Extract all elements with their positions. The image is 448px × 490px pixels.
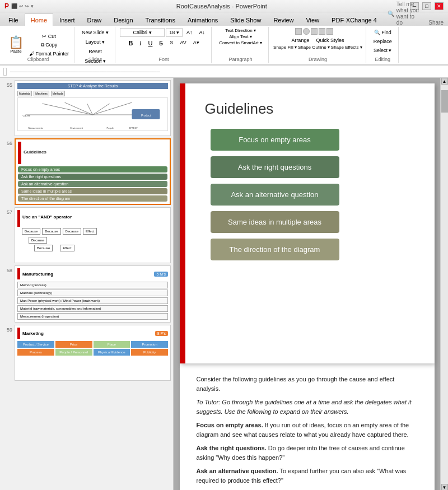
s57-because4: Because — [29, 237, 47, 244]
scroll-thumb[interactable] — [441, 90, 448, 113]
svg-text:Environment: Environment — [71, 127, 83, 129]
replace-button[interactable]: Replace — [371, 37, 395, 46]
slide-58-badge: 5 M's — [154, 272, 168, 277]
window-title: RootCauseAnalysis - PowerPoint — [176, 3, 267, 10]
guideline-btn-5[interactable]: The direction of the diagram — [211, 239, 339, 260]
s59-cell-3: Place — [94, 341, 130, 348]
tab-draw[interactable]: Draw — [81, 13, 108, 26]
s57-because3: Because — [63, 228, 81, 235]
shape-fill-button[interactable]: Shape Fill ▾ — [273, 45, 297, 50]
guideline-btn-4[interactable]: Same ideas in multiple areas — [211, 211, 339, 233]
tab-review[interactable]: Review — [267, 13, 300, 26]
tab-insert[interactable]: Insert — [53, 13, 81, 26]
slide-item-59[interactable]: 59 Marketing 8 P's Product / Service Pri… — [2, 325, 171, 381]
shape-misc[interactable] — [311, 28, 318, 35]
editing-area: Guidelines Focus on empty areas Ask the … — [174, 78, 440, 490]
slide-item-55[interactable]: 55 STEP 4: Analyse the Results Materials… — [2, 80, 171, 136]
ribbon-content: 📋 Paste ✂ Cut ⧉ Copy 🖌 Format Painter Cl… — [0, 26, 448, 65]
scroll-down-button[interactable]: ▼ — [441, 484, 448, 490]
slide-num-56: 56 — [2, 138, 15, 205]
svg-text:Measurements: Measurements — [29, 127, 43, 129]
slide-thumb-56[interactable]: Guidelines Focus on empty areas Ask the … — [15, 138, 171, 205]
vertical-scrollbar[interactable]: ▲ ▼ — [440, 78, 448, 490]
increase-font-button[interactable]: A↑ — [184, 28, 195, 37]
ribbon-tab-bar: File Home Insert Draw Design Transitions… — [0, 12, 448, 26]
shape-effects-button[interactable]: Shape Effects ▾ — [331, 45, 362, 50]
shape-rect[interactable] — [295, 28, 302, 35]
shape-more[interactable] — [326, 28, 333, 35]
s58-item-4: Material (raw materials, consumables and… — [17, 305, 168, 312]
strikethrough-button[interactable]: S̶ — [156, 38, 166, 49]
slide-item-56[interactable]: 56 Guidelines Focus on empty areas Ask t… — [2, 138, 171, 205]
s56-item-5: The direction of the diagram — [18, 195, 167, 202]
slide-thumb-55[interactable]: STEP 4: Analyse the Results Materials Ma… — [15, 80, 171, 136]
ask-para: Ask the right questions. Do go deeper in… — [197, 444, 418, 462]
tab-design[interactable]: Design — [108, 13, 139, 26]
title-bar: P ⬛ ↩ ↪ ▾ RootCauseAnalysis - PowerPoint… — [0, 0, 448, 12]
tab-animations[interactable]: Animations — [181, 13, 224, 26]
tab-pdfxchange[interactable]: PDF-XChange 4 — [325, 13, 383, 26]
guideline-btn-1[interactable]: Focus on empty areas — [211, 129, 339, 151]
tab-home[interactable]: Home — [25, 13, 53, 26]
ribbon: File Home Insert Draw Design Transitions… — [0, 12, 448, 66]
guideline-btn-2[interactable]: Ask the right questions — [211, 156, 339, 178]
layout-button[interactable]: Layout ▾ — [79, 38, 111, 46]
slide-58-header: Manufacturing 5 M's — [17, 268, 168, 279]
new-slide-button[interactable]: New Slide ▾ — [79, 28, 111, 37]
italic-button[interactable]: I — [137, 38, 144, 49]
copy-button[interactable]: ⧉ Copy — [27, 41, 71, 49]
text-direction-btn[interactable]: Text Direction ▾ — [225, 28, 256, 33]
svg-line-3 — [87, 104, 93, 115]
text-content-area: Consider the following guidelines as you… — [180, 363, 435, 490]
title-bar-left: P ⬛ ↩ ↪ ▾ — [4, 2, 34, 10]
font-size-select[interactable]: 18 ▾ — [166, 28, 183, 37]
find-button[interactable]: 🔍 Find — [371, 28, 394, 37]
slide-56-items: Focus on empty areas Ask the right quest… — [18, 166, 167, 202]
slide-59-header: Marketing 8 P's — [17, 328, 168, 339]
select-button[interactable]: Select ▾ — [371, 46, 395, 55]
shape-oval[interactable] — [303, 28, 310, 35]
drawing-label: Drawing — [309, 57, 327, 62]
font-family-select[interactable]: Calibri ▾ — [120, 28, 165, 37]
close-button[interactable]: ✕ — [435, 2, 444, 10]
search-bar[interactable]: 🔍 Tell me what you want to do — [383, 1, 424, 26]
tab-file[interactable]: File — [2, 13, 25, 26]
s58-item-3: Man Power (physical work) / Mind Power (… — [17, 297, 168, 304]
scroll-up-button[interactable]: ▲ — [441, 78, 448, 85]
s55-box-machines: Machines — [34, 91, 49, 96]
reset-button[interactable]: Reset — [79, 47, 111, 56]
decrease-font-button[interactable]: A↓ — [197, 28, 208, 37]
ask-bold: Ask the right questions. — [197, 445, 267, 451]
shadow-button[interactable]: S — [167, 38, 176, 49]
share-button[interactable]: Share — [424, 20, 448, 26]
s58-item-1: Method (process) — [17, 282, 168, 288]
align-text-btn[interactable]: Align Text ▾ — [229, 34, 252, 39]
slide-57-content: Use an "AND" operator Because Because Be… — [15, 208, 170, 254]
tab-transitions[interactable]: Transitions — [139, 13, 181, 26]
slide-thumb-59[interactable]: Marketing 8 P's Product / Service Price … — [15, 325, 171, 381]
slide-thumb-57[interactable]: Use an "AND" operator Because Because Be… — [15, 207, 171, 263]
clipboard-label: Clipboard — [27, 57, 49, 62]
tab-view[interactable]: View — [300, 13, 325, 26]
slide-item-58[interactable]: 58 Manufacturing 5 M's Method (process) … — [2, 265, 171, 323]
paste-button[interactable]: 📋 Paste — [6, 35, 26, 55]
slide-item-57[interactable]: 57 Use an "AND" operator Because Because… — [2, 207, 171, 263]
vertical-scroll-indicator[interactable] — [3, 68, 7, 76]
quick-styles-button[interactable]: Quick Styles — [313, 36, 347, 45]
font-color-button[interactable]: A▾ — [190, 38, 202, 49]
slide-thumb-58[interactable]: Manufacturing 5 M's Method (process) Mac… — [15, 265, 171, 323]
guideline-btn-3[interactable]: Ask an alternative question — [211, 184, 339, 206]
paragraph-label: Paragraph — [229, 57, 253, 62]
s56-item-3: Ask an alternative question — [18, 181, 167, 187]
drawing-group: Arrange Quick Styles Shape Fill ▾ Shape … — [270, 27, 366, 63]
tab-slideshow[interactable]: Slide Show — [224, 13, 267, 26]
bold-button[interactable]: B — [125, 38, 136, 49]
cut-button[interactable]: ✂ Cut — [27, 32, 71, 40]
shape-arrow[interactable] — [319, 28, 325, 35]
shape-outline-button[interactable]: Shape Outline ▾ — [298, 45, 330, 50]
s57-effect1: Effect — [83, 228, 97, 235]
underline-button[interactable]: U — [145, 38, 155, 49]
arrange-button[interactable]: Arrange — [288, 36, 312, 45]
convert-smartart-btn[interactable]: Convert to SmartArt ▾ — [219, 40, 262, 45]
char-spacing-button[interactable]: AV — [177, 38, 189, 49]
